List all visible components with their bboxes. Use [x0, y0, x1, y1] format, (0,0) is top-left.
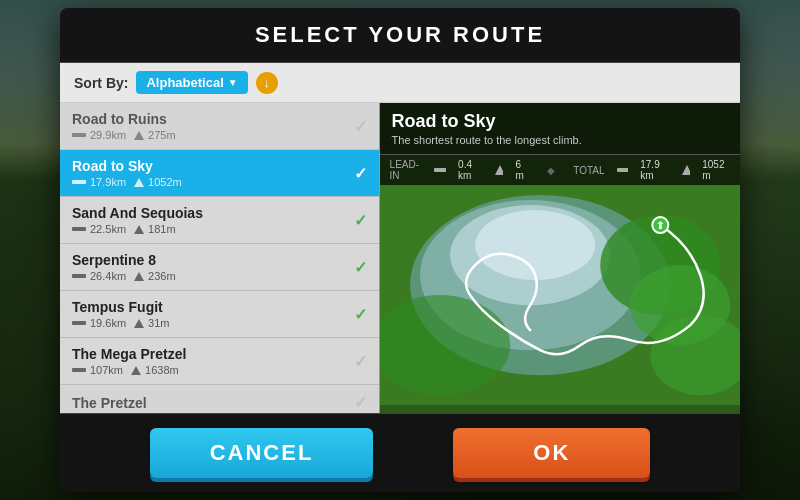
total-label: TOTAL [573, 165, 604, 176]
total-road-icon [617, 166, 629, 174]
route-list-item[interactable]: The Mega Pretzel 107km 1638m ✓ [60, 338, 379, 385]
svg-point-20 [475, 210, 595, 280]
checkmark-icon: ✓ [354, 258, 367, 277]
map-panel: Road to Sky The shortest route to the lo… [380, 103, 740, 413]
check-placeholder: ✓ [354, 117, 367, 136]
route-list-item[interactable]: Road to Sky 17.9km 1052m ✓ [60, 150, 379, 197]
svg-marker-5 [134, 225, 144, 234]
svg-marker-15 [682, 165, 690, 175]
total-km: 17.9 km [640, 159, 670, 181]
route-item-name: Tempus Fugit [72, 299, 348, 315]
route-list-item[interactable]: Road to Ruins 29.9km 275m ✓ [60, 103, 379, 150]
route-list-item[interactable]: Sand And Sequoias 22.5km 181m ✓ [60, 197, 379, 244]
check-placeholder: ✓ [354, 352, 367, 371]
svg-rect-12 [434, 168, 446, 172]
route-item-info: Road to Sky 17.9km 1052m [72, 158, 348, 188]
content-area: Road to Ruins 29.9km 275m ✓ Road to Sky … [60, 103, 740, 413]
map-route-name: Road to Sky [392, 111, 728, 132]
svg-rect-10 [72, 368, 86, 372]
total-elevation-icon [682, 165, 690, 175]
svg-rect-8 [72, 321, 86, 325]
svg-rect-4 [72, 227, 86, 231]
sort-dropdown[interactable]: Alphabetical ▼ [136, 71, 247, 94]
route-item-name: Road to Ruins [72, 111, 348, 127]
svg-rect-14 [617, 168, 629, 172]
route-item-name: Serpentine 8 [72, 252, 348, 268]
svg-marker-11 [131, 366, 141, 375]
route-item-name: Sand And Sequoias [72, 205, 348, 221]
route-item-name: Road to Sky [72, 158, 348, 174]
svg-marker-9 [134, 319, 144, 328]
route-item-info: The Pretzel [72, 395, 348, 411]
check-placeholder: ✓ [354, 393, 367, 412]
modal-buttons: CANCEL OK [60, 413, 740, 492]
route-list-item[interactable]: Tempus Fugit 19.6km 31m ✓ [60, 291, 379, 338]
svg-marker-7 [134, 272, 144, 281]
route-item-info: Sand And Sequoias 22.5km 181m [72, 205, 348, 235]
svg-text:⬆: ⬆ [656, 220, 664, 231]
route-list-item[interactable]: The Pretzel ✓ [60, 385, 379, 413]
modal-title: SELECT YOUR ROUTE [60, 8, 740, 63]
route-list: Road to Ruins 29.9km 275m ✓ Road to Sky … [60, 103, 380, 413]
svg-marker-3 [134, 178, 144, 187]
cancel-button[interactable]: CANCEL [150, 428, 374, 478]
map-svg: ⬆ [380, 185, 740, 405]
svg-marker-13 [495, 165, 503, 175]
svg-marker-1 [134, 131, 144, 140]
road-icon [434, 166, 446, 174]
modal-overlay: SELECT YOUR ROUTE Sort By: Alphabetical … [0, 0, 800, 500]
sort-label: Sort By: [74, 75, 128, 91]
chevron-down-icon: ▼ [228, 77, 238, 88]
route-item-name: The Mega Pretzel [72, 346, 348, 362]
sort-direction-icon[interactable]: ↓ [256, 72, 278, 94]
elevation-icon [495, 165, 503, 175]
map-route-desc: The shortest route to the longest climb. [392, 134, 728, 146]
map-header: Road to Sky The shortest route to the lo… [380, 103, 740, 154]
route-item-name: The Pretzel [72, 395, 348, 411]
route-item-info: Road to Ruins 29.9km 275m [72, 111, 348, 141]
lead-in-km: 0.4 km [458, 159, 483, 181]
lead-in-label: LEAD-IN [390, 159, 423, 181]
svg-rect-6 [72, 274, 86, 278]
sort-bar: Sort By: Alphabetical ▼ ↓ [60, 63, 740, 103]
route-item-info: Tempus Fugit 19.6km 31m [72, 299, 348, 329]
route-item-info: Serpentine 8 26.4km 236m [72, 252, 348, 282]
checkmark-icon: ✓ [354, 164, 367, 183]
svg-rect-2 [72, 180, 86, 184]
total-m: 1052 m [702, 159, 730, 181]
map-stats-bar: LEAD-IN 0.4 km 6 m ◆ TOTAL 17.9 km 1052 … [380, 154, 740, 185]
checkmark-icon: ✓ [354, 211, 367, 230]
modal-dialog: SELECT YOUR ROUTE Sort By: Alphabetical … [60, 8, 740, 492]
svg-rect-0 [72, 133, 86, 137]
route-list-item[interactable]: Serpentine 8 26.4km 236m ✓ [60, 244, 379, 291]
map-visual: ⬆ [380, 185, 740, 409]
checkmark-icon: ✓ [354, 305, 367, 324]
ok-button[interactable]: OK [453, 428, 650, 478]
route-item-info: The Mega Pretzel 107km 1638m [72, 346, 348, 376]
lead-in-m: 6 m [515, 159, 529, 181]
